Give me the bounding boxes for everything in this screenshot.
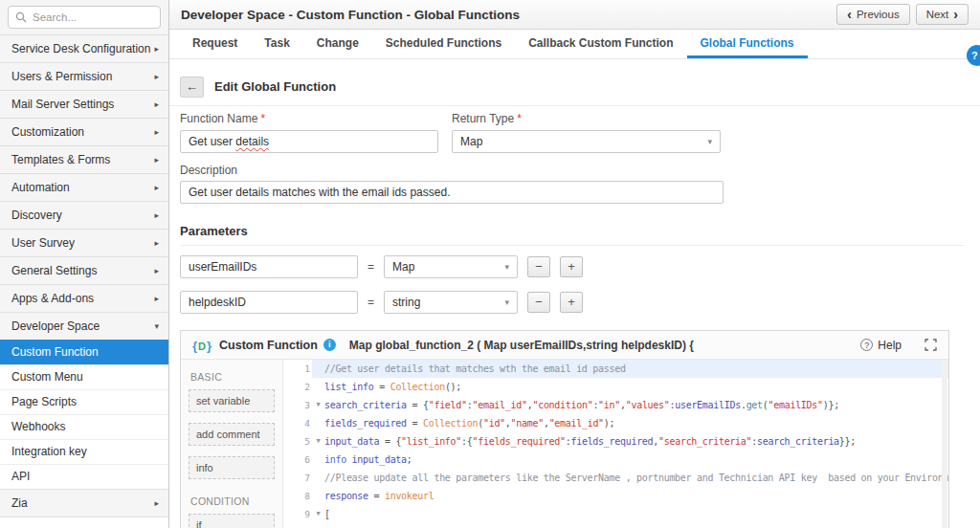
tab-task[interactable]: Task <box>251 30 302 58</box>
tab-request[interactable]: Request <box>179 30 251 58</box>
sidebar-item-automation[interactable]: Automation▸ <box>0 173 168 201</box>
add-parameter-button[interactable]: + <box>560 292 583 313</box>
code-line-body[interactable]: fields_required = Collection("id","name"… <box>312 414 948 432</box>
sidebar-item-mail-server-settings[interactable]: Mail Server Settings▸ <box>0 90 168 118</box>
fold-spacer <box>312 451 324 469</box>
search-input[interactable] <box>33 11 153 23</box>
function-name-input[interactable]: Get user details <box>180 130 438 153</box>
tab-scheduled-functions[interactable]: Scheduled Functions <box>372 30 515 58</box>
code-line-body[interactable]: info input_data; <box>312 451 948 469</box>
chevron-right-icon: ▸ <box>154 174 159 201</box>
editor-scrollbar[interactable] <box>942 360 947 528</box>
description-input[interactable]: Get user details matches with the email … <box>180 181 724 204</box>
chevron-left-icon: ‹ <box>847 8 852 21</box>
code-line-body[interactable]: url: "http://servername:portnumber/api/v… <box>312 523 948 528</box>
sidebar-item-webhooks[interactable]: Webhooks <box>0 414 168 439</box>
code-line: 10 url: "http://servername:portnumber/ap… <box>283 523 948 528</box>
code-line-body[interactable]: //Please update all the parameters like … <box>312 469 948 487</box>
back-button[interactable]: ← <box>180 77 204 98</box>
parameter-name-input[interactable]: userEmailIDs <box>180 255 358 278</box>
help-circle-icon: ? <box>860 339 873 351</box>
chevron-right-icon: ▸ <box>154 230 159 256</box>
function-name-value: Get user <box>189 135 235 148</box>
snippet-if[interactable]: if <box>189 514 275 528</box>
fold-icon[interactable]: ▼ <box>312 396 324 414</box>
code-line-body[interactable]: //Get user details that matches wth the … <box>312 360 948 378</box>
code-line-body[interactable]: response = invokeurl <box>312 487 948 505</box>
sidebar-item-general-settings[interactable]: General Settings▸ <box>0 256 168 284</box>
sidebar-item-integration-key[interactable]: Integration key <box>0 439 168 464</box>
code-line: 8response = invokeurl <box>283 487 948 505</box>
parameter-type-select[interactable]: Map▾ <box>384 255 518 278</box>
remove-parameter-button[interactable]: − <box>527 256 550 277</box>
function-name-label: Function Name* <box>180 112 265 125</box>
parameter-type-select[interactable]: string▾ <box>384 291 518 314</box>
editor-body: BASICset variableadd commentinfoCONDITIO… <box>181 360 948 528</box>
function-signature: Map global_function_2 ( Map userEmailIDs… <box>349 339 860 352</box>
sidebar-item-page-scripts[interactable]: Page Scripts <box>0 389 168 414</box>
chevron-down-icon: ▾ <box>504 256 509 277</box>
snippet-set-variable[interactable]: set variable <box>189 389 275 412</box>
previous-button-label: Previous <box>857 9 900 20</box>
chevron-right-icon: ▸ <box>154 146 159 173</box>
sidebar-item-api[interactable]: API <box>0 464 168 489</box>
sidebar-filler <box>0 517 168 528</box>
section-title: Edit Global Function <box>214 79 336 94</box>
tab-callback-custom-function[interactable]: Callback Custom Function <box>515 30 686 58</box>
code-line: 7//Please update all the parameters like… <box>283 469 948 487</box>
info-icon[interactable]: i <box>323 339 336 351</box>
fullscreen-button[interactable] <box>924 339 937 351</box>
divider <box>180 245 965 246</box>
previous-button[interactable]: ‹ Previous <box>836 4 909 25</box>
chevron-right-icon: ▸ <box>154 91 159 118</box>
return-type-select[interactable]: Map ▾ <box>452 130 721 153</box>
sidebar-item-custom-function[interactable]: Custom Function <box>0 340 168 364</box>
sidebar-item-templates-forms[interactable]: Templates & Forms▸ <box>0 145 168 173</box>
sidebar-item-label: API <box>11 470 30 483</box>
sidebar-item-service-desk-configuration[interactable]: Service Desk Configuration▸ <box>0 34 168 62</box>
chevron-down-icon: ▾ <box>707 131 712 152</box>
code-area[interactable]: 1//Get user details that matches wth the… <box>283 360 948 528</box>
code-line-body[interactable]: list_info = Collection(); <box>312 378 948 396</box>
sidebar-item-custom-menu[interactable]: Custom Menu <box>0 364 168 389</box>
next-button[interactable]: Next › <box>916 4 969 25</box>
snippet-add-comment[interactable]: add comment <box>189 423 275 446</box>
main-area: Developer Space - Custom Function - Glob… <box>169 0 980 528</box>
parameters-title: Parameters <box>180 224 248 238</box>
sidebar-item-customization[interactable]: Customization▸ <box>0 118 168 145</box>
code-text: input_data = {"list_info":{"fields_requi… <box>324 432 856 451</box>
fold-spacer <box>312 469 324 487</box>
editor-help-button[interactable]: ? Help <box>860 339 902 352</box>
line-number: 1 <box>283 360 310 378</box>
code-line-body[interactable]: ▼[ <box>312 505 948 523</box>
sidebar-search-area <box>0 0 168 34</box>
remove-parameter-button[interactable]: − <box>527 292 550 313</box>
tab-change[interactable]: Change <box>303 30 372 58</box>
sidebar-item-label: Apps & Add-ons <box>11 292 94 305</box>
tab-global-functions[interactable]: Global Functions <box>687 30 808 58</box>
code-line-body[interactable]: ▼search_criteria = {"field":"email_id","… <box>312 396 948 414</box>
sidebar-item-label: Developer Space <box>11 319 100 333</box>
add-parameter-button[interactable]: + <box>560 256 583 277</box>
back-arrow-icon: ← <box>186 79 198 94</box>
sidebar-item-zia[interactable]: Zia▸ <box>0 489 168 517</box>
sidebar-item-user-survey[interactable]: User Survey▸ <box>0 229 168 256</box>
deluge-icon: {D} <box>192 337 212 354</box>
sidebar: Service Desk Configuration▸Users & Permi… <box>0 0 169 528</box>
search-box[interactable] <box>8 6 161 29</box>
line-number: 6 <box>283 451 310 469</box>
sidebar-item-discovery[interactable]: Discovery▸ <box>0 201 168 229</box>
sidebar-item-apps-add-ons[interactable]: Apps & Add-ons▸ <box>0 284 168 312</box>
fold-icon[interactable]: ▼ <box>312 505 324 523</box>
chevron-right-icon: ▸ <box>154 257 159 284</box>
sidebar-item-developer-space[interactable]: Developer Space▾ <box>0 312 168 340</box>
line-number: 7 <box>283 469 310 487</box>
fold-icon[interactable]: ▼ <box>312 432 324 451</box>
sidebar-item-label: Service Desk Configuration <box>11 42 150 55</box>
parameter-name-input[interactable]: helpdeskID <box>180 291 358 314</box>
snippet-info[interactable]: info <box>189 456 275 479</box>
equals-sign: = <box>368 296 374 309</box>
sidebar-item-users-permission[interactable]: Users & Permission▸ <box>0 62 168 90</box>
code-line-body[interactable]: ▼input_data = {"list_info":{"fields_requ… <box>312 432 948 451</box>
snippet-palette: BASICset variableadd commentinfoCONDITIO… <box>181 360 283 528</box>
